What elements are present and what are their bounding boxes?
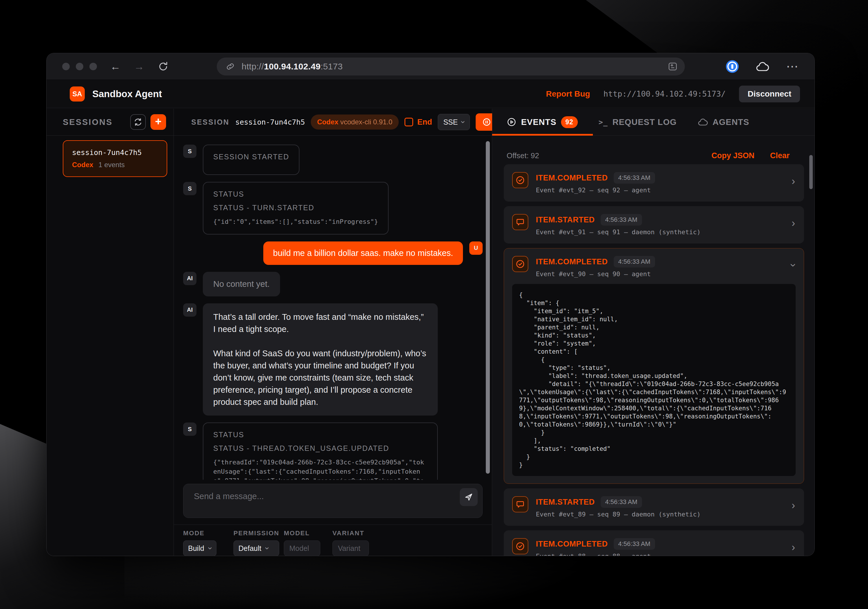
assistant-avatar: AI <box>183 303 197 317</box>
tab-agents[interactable]: AGENTS <box>698 117 749 127</box>
event-card[interactable]: ITEM.COMPLETED 4:56:33 AM Event #evt_88 … <box>504 530 804 556</box>
transport-select[interactable]: SSE › <box>438 114 470 130</box>
event-card[interactable]: ITEM.STARTED 4:56:33 AM Event #evt_91 — … <box>504 206 804 243</box>
session-event-count: 1 events <box>98 161 125 169</box>
chevron-down-icon: › <box>263 547 271 549</box>
event-summary: Event #evt_92 — seq 92 — agent <box>536 187 796 194</box>
system-message: S SESSION STARTED <box>183 145 483 175</box>
tab-request-log[interactable]: >_ REQUEST LOG <box>598 117 677 127</box>
password-manager-icon[interactable] <box>726 60 739 73</box>
copy-json-button[interactable]: Copy JSON <box>711 151 755 160</box>
forward-icon[interactable]: → <box>134 61 144 72</box>
events-panel: EVENTS 92 >_ REQUEST LOG AGENTS <box>492 109 814 556</box>
assistant-paragraph: What kind of SaaS do you want (industry/… <box>213 347 427 408</box>
check-circle-icon <box>512 538 528 554</box>
reload-icon[interactable] <box>158 61 169 72</box>
browser-toolbar-right: ⋯ <box>726 53 799 80</box>
message-square-icon <box>512 214 528 230</box>
session-options-bar: MODE Build › PERMISSION Default › <box>174 524 492 556</box>
variant-label: VARIANT <box>332 530 369 537</box>
status-title: STATUS <box>213 431 427 439</box>
app-logo: SA <box>70 87 85 102</box>
message-list: S SESSION STARTED S STATUS STATUS - TURN… <box>174 136 492 480</box>
status-subtitle: STATUS - TURN.STARTED <box>213 204 378 212</box>
chevron-down-icon: › <box>459 121 467 123</box>
assistant-paragraph: That’s a tall order. To move fast and “m… <box>213 311 427 335</box>
user-message: build me a billion dollar saas. make no … <box>183 241 483 265</box>
back-icon[interactable]: ← <box>110 61 121 72</box>
variant-input[interactable] <box>333 544 369 553</box>
disconnect-button[interactable]: Disconnect <box>739 86 800 102</box>
model-label: MODEL <box>284 530 320 537</box>
system-avatar: S <box>183 145 197 158</box>
model-input[interactable] <box>284 544 320 553</box>
new-session-button[interactable]: + <box>150 114 166 130</box>
event-card[interactable]: ITEM.COMPLETED 4:56:33 AM Event #evt_92 … <box>504 164 804 202</box>
desktop: ← → http://100.94.102.49:5173 <box>0 0 868 609</box>
clear-button[interactable]: Clear <box>770 151 790 160</box>
url-text: http://100.94.102.49:5173 <box>242 62 343 71</box>
event-time: 4:56:33 AM <box>614 256 655 267</box>
session-list-item[interactable]: session-7un4c7h5 Codex 1 events <box>63 140 167 177</box>
chevron-down-icon: › <box>788 263 798 267</box>
event-summary: Event #evt_89 — seq 89 — daemon (synthet… <box>536 511 796 518</box>
event-card[interactable]: ITEM.STARTED 4:56:33 AM Event #evt_89 — … <box>504 488 804 526</box>
url-bar[interactable]: http://100.94.102.49:5173 <box>217 57 685 76</box>
plus-icon: + <box>155 115 161 128</box>
more-menu-icon[interactable]: ⋯ <box>786 64 799 69</box>
page-actions-icon[interactable] <box>668 61 678 72</box>
event-type: ITEM.STARTED <box>536 498 595 507</box>
event-summary: Event #evt_90 — seq 90 — agent <box>536 270 796 278</box>
status-json: {"id":"0","items":[],"status":"inProgres… <box>213 217 378 226</box>
event-time: 4:56:33 AM <box>601 496 642 508</box>
assistant-message: AI No content yet. <box>183 272 483 297</box>
message-square-icon <box>512 496 528 512</box>
event-summary: Event #evt_91 — seq 91 — daemon (synthet… <box>536 229 796 236</box>
link-icon <box>225 62 235 71</box>
status-title: STATUS <box>213 190 378 198</box>
close-window-icon[interactable] <box>62 63 70 70</box>
event-summary: Event #evt_88 — seq 88 — agent <box>536 553 796 556</box>
send-button[interactable] <box>460 488 478 506</box>
event-card-expanded[interactable]: ITEM.COMPLETED 4:56:33 AM Event #evt_90 … <box>504 248 804 484</box>
mode-select[interactable]: Build › <box>183 541 216 556</box>
end-checkbox[interactable] <box>405 118 413 126</box>
report-bug-link[interactable]: Report Bug <box>546 90 590 99</box>
message-input[interactable] <box>183 484 482 518</box>
composer <box>174 480 492 524</box>
terminal-icon: >_ <box>598 118 608 126</box>
session-label: SESSION <box>191 118 229 126</box>
cloud-icon[interactable] <box>755 61 769 72</box>
window-controls <box>62 63 97 70</box>
user-message-bubble: build me a billion dollar saas. make no … <box>263 241 463 265</box>
session-agent-label: Codex <box>72 161 93 169</box>
permission-select[interactable]: Default › <box>234 541 279 556</box>
events-scrollbar[interactable] <box>809 155 813 189</box>
chevron-right-icon: › <box>792 218 795 229</box>
active-tab-underline <box>492 134 593 136</box>
refresh-sessions-button[interactable] <box>130 114 146 130</box>
send-icon <box>464 493 473 502</box>
status-json: {"threadId":"019c04ad-266b-72c3-83cc-c5e… <box>213 458 427 480</box>
tab-events[interactable]: EVENTS 92 <box>507 116 578 128</box>
empty-content-label: No content yet. <box>213 279 270 289</box>
pause-circle-icon <box>482 117 491 127</box>
maximize-window-icon[interactable] <box>89 63 97 70</box>
event-type: ITEM.STARTED <box>536 215 595 224</box>
play-circle-icon <box>507 117 516 127</box>
session-name: session-7un4c7h5 <box>235 118 305 126</box>
status-subtitle: STATUS - THREAD.TOKEN_USAGE.UPDATED <box>213 444 427 453</box>
app-header: SA Sandbox Agent Report Bug http://100.9… <box>46 80 814 108</box>
event-type: ITEM.COMPLETED <box>536 173 608 182</box>
assistant-message: AI That’s a tall order. To move fast and… <box>183 303 483 416</box>
refresh-icon <box>133 117 143 127</box>
permission-label: PERMISSION <box>234 530 279 537</box>
end-label[interactable]: End <box>417 118 432 127</box>
chevron-right-icon: › <box>792 542 795 553</box>
session-panel: SESSION session-7un4c7h5 Codex vcodex-cl… <box>174 109 492 556</box>
chat-scrollbar[interactable] <box>486 141 490 474</box>
minimize-window-icon[interactable] <box>76 63 83 70</box>
agent-version-badge: Codex vcodex-cli 0.91.0 <box>311 114 399 130</box>
system-avatar: S <box>183 182 197 195</box>
event-payload-json: { "item": { "item_id": "itm_5", "native_… <box>512 284 796 476</box>
